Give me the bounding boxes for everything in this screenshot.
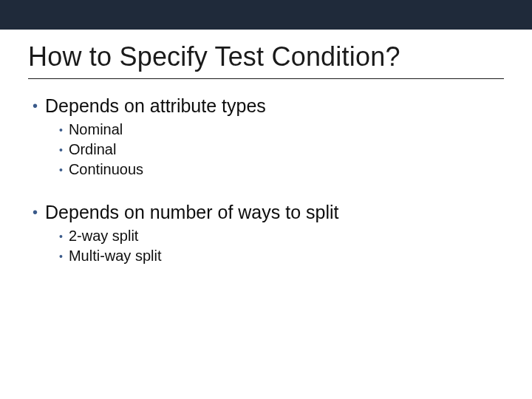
- sub-bullet-group: • 2-way split • Multi-way split: [59, 228, 504, 265]
- sub-bullet-text: Continuous: [69, 161, 143, 178]
- slide-content: How to Specify Test Condition? • Depends…: [0, 30, 532, 265]
- sub-bullet-text: Nominal: [69, 121, 123, 138]
- bullet-level1: • Depends on attribute types: [33, 95, 504, 117]
- bullet-dot-icon: •: [33, 98, 38, 113]
- bullet-level1: • Depends on number of ways to split: [33, 202, 504, 223]
- bullet-level2: • 2-way split: [59, 228, 504, 245]
- spacer: [28, 181, 504, 202]
- bullet-dot-icon: •: [33, 205, 38, 219]
- title-underline: [28, 78, 504, 79]
- sub-bullet-text: Multi-way split: [69, 248, 162, 265]
- bullet-level2: • Ordinal: [59, 141, 504, 158]
- bullet-level2: • Multi-way split: [59, 248, 504, 265]
- sub-bullet-text: 2-way split: [69, 228, 138, 245]
- bullet-level2: • Continuous: [59, 161, 504, 178]
- bullet-text: Depends on attribute types: [45, 95, 266, 117]
- bullet-dot-icon: •: [59, 251, 63, 262]
- header-band: [0, 0, 532, 30]
- bullet-dot-icon: •: [59, 165, 63, 175]
- sub-bullet-text: Ordinal: [69, 141, 116, 158]
- slide: How to Specify Test Condition? • Depends…: [0, 0, 532, 399]
- bullet-level2: • Nominal: [59, 121, 504, 138]
- bullet-dot-icon: •: [59, 231, 63, 242]
- bullet-dot-icon: •: [59, 125, 63, 135]
- bullet-text: Depends on number of ways to split: [45, 202, 338, 223]
- sub-bullet-group: • Nominal • Ordinal • Continuous: [59, 121, 504, 178]
- bullet-dot-icon: •: [59, 145, 63, 155]
- slide-title: How to Specify Test Condition?: [28, 41, 504, 72]
